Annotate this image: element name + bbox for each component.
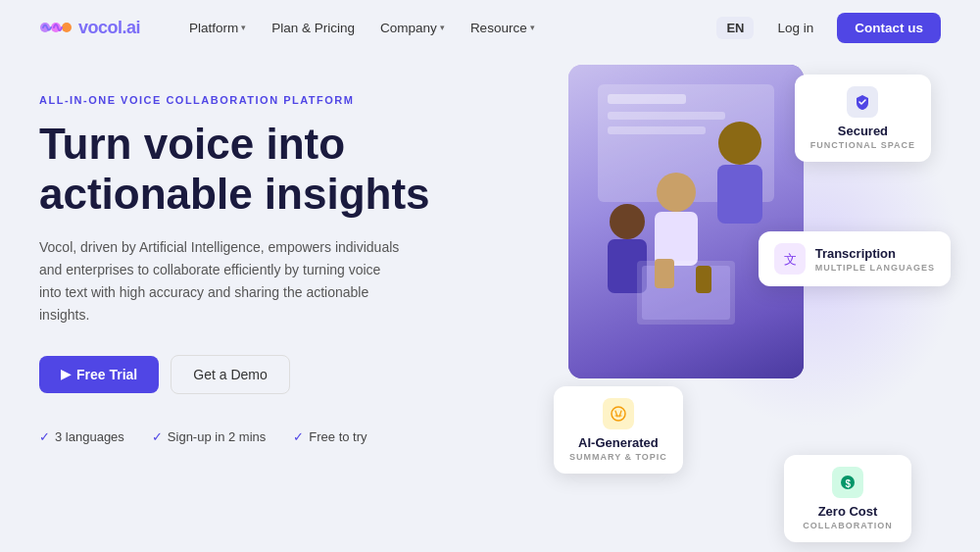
hero-description: Vocol, driven by Artificial Intelligence… bbox=[39, 236, 402, 326]
svg-rect-17 bbox=[696, 266, 711, 293]
contact-button[interactable]: Contact us bbox=[837, 13, 941, 43]
login-button[interactable]: Log in bbox=[761, 14, 829, 42]
svg-rect-11 bbox=[655, 212, 698, 266]
nav-resource[interactable]: Resource ▾ bbox=[461, 15, 545, 41]
svg-rect-6 bbox=[608, 112, 725, 120]
svg-rect-7 bbox=[608, 126, 706, 134]
nav-pricing[interactable]: Plan & Pricing bbox=[262, 15, 365, 41]
ai-icon bbox=[603, 398, 634, 429]
language-selector[interactable]: EN bbox=[716, 17, 754, 39]
secured-title: Secured bbox=[810, 124, 915, 138]
nav-right: EN Log in Contact us bbox=[716, 13, 941, 43]
card-zero-cost: $ Zero Cost COLLABORATION bbox=[784, 455, 911, 542]
card-secured: Secured FUNCTIONAL SPACE bbox=[795, 75, 931, 162]
resource-chevron-icon: ▾ bbox=[530, 23, 535, 32]
hero-section: ALL-IN-ONE VOICE COLLABORATION PLATFORM … bbox=[0, 55, 980, 552]
svg-point-12 bbox=[610, 204, 645, 239]
svg-rect-16 bbox=[655, 259, 674, 288]
nav-platform[interactable]: Platform ▾ bbox=[179, 15, 256, 41]
transcription-subtitle: MULTIPLE LANGUAGES bbox=[815, 263, 935, 273]
svg-rect-9 bbox=[717, 165, 762, 224]
dollar-icon: $ bbox=[832, 467, 863, 498]
hero-badge: ALL-IN-ONE VOICE COLLABORATION PLATFORM bbox=[39, 94, 549, 106]
logo-icon bbox=[39, 17, 73, 38]
transcription-icon: 文 bbox=[774, 243, 806, 275]
nav-company[interactable]: Company ▾ bbox=[370, 15, 455, 41]
free-trial-button[interactable]: ▶ Free Trial bbox=[39, 356, 159, 393]
hero-title: Turn voice into actionable insights bbox=[39, 120, 549, 219]
check-signup: ✓ Sign-up in 2 mins bbox=[152, 429, 266, 444]
card-transcription: 文 Transcription MULTIPLE LANGUAGES bbox=[759, 231, 951, 286]
get-demo-button[interactable]: Get a Demo bbox=[171, 355, 289, 394]
logo[interactable]: vocol.ai bbox=[39, 17, 140, 38]
svg-rect-5 bbox=[608, 94, 686, 104]
photo-scene bbox=[568, 65, 804, 378]
transcription-title: Transcription bbox=[815, 246, 935, 261]
trial-icon: ▶ bbox=[61, 367, 71, 381]
check-icon-3: ✓ bbox=[293, 429, 304, 444]
ai-subtitle: SUMMARY & TOPIC bbox=[569, 452, 667, 462]
hero-left: ALL-IN-ONE VOICE COLLABORATION PLATFORM … bbox=[39, 65, 549, 552]
hero-image bbox=[568, 65, 804, 378]
shield-icon bbox=[847, 86, 878, 118]
svg-point-19 bbox=[612, 407, 625, 421]
navbar: vocol.ai Platform ▾ Plan & Pricing Compa… bbox=[0, 0, 980, 55]
hero-right: Secured FUNCTIONAL SPACE 文 Transcription… bbox=[549, 65, 941, 552]
hero-checkmarks: ✓ 3 languages ✓ Sign-up in 2 mins ✓ Free… bbox=[39, 429, 549, 444]
svg-text:文: 文 bbox=[784, 252, 797, 267]
zero-cost-title: Zero Cost bbox=[800, 504, 896, 519]
company-chevron-icon: ▾ bbox=[440, 23, 445, 32]
platform-chevron-icon: ▾ bbox=[241, 23, 246, 32]
svg-text:$: $ bbox=[846, 478, 852, 489]
svg-point-10 bbox=[657, 173, 696, 212]
check-free: ✓ Free to try bbox=[293, 429, 367, 444]
svg-point-8 bbox=[718, 122, 761, 165]
secured-subtitle: FUNCTIONAL SPACE bbox=[810, 140, 915, 150]
check-icon-2: ✓ bbox=[152, 429, 163, 444]
zero-cost-subtitle: COLLABORATION bbox=[800, 521, 896, 530]
nav-links: Platform ▾ Plan & Pricing Company ▾ Reso… bbox=[179, 15, 716, 41]
check-languages: ✓ 3 languages bbox=[39, 429, 124, 444]
check-icon-1: ✓ bbox=[39, 429, 50, 444]
logo-text: vocol.ai bbox=[78, 18, 140, 38]
ai-title: AI-Generated bbox=[569, 435, 667, 450]
hero-buttons: ▶ Free Trial Get a Demo bbox=[39, 355, 549, 394]
card-ai-generated: AI-Generated SUMMARY & TOPIC bbox=[554, 386, 683, 474]
svg-point-2 bbox=[62, 23, 72, 32]
